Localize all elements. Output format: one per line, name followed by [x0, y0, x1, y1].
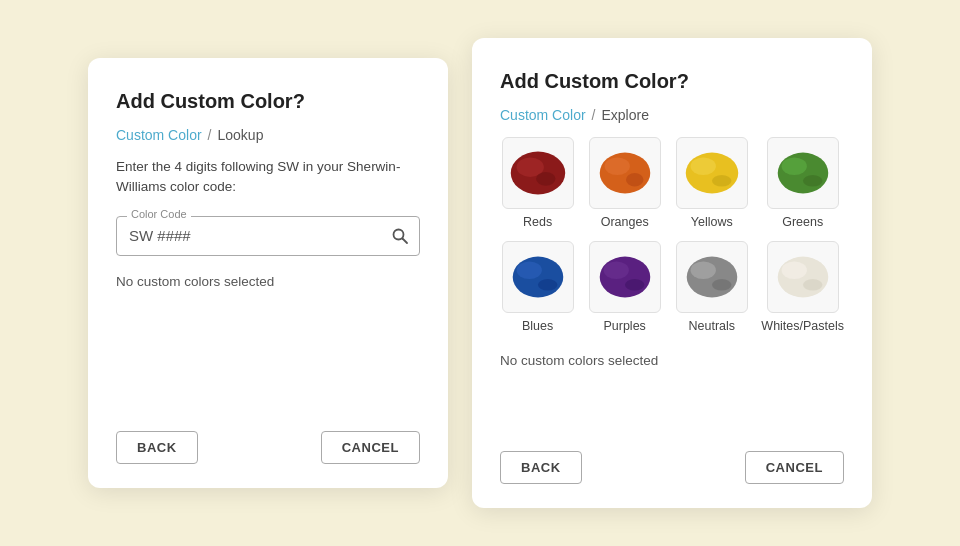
svg-point-9: [690, 157, 715, 175]
breadcrumb-left: Custom Color / Lookup: [116, 127, 420, 143]
search-button[interactable]: [391, 227, 409, 245]
svg-point-18: [603, 261, 628, 279]
color-swatch-greens: [767, 137, 839, 209]
breadcrumb-right-current: Explore: [601, 107, 648, 123]
color-label-yellows: Yellows: [691, 215, 733, 229]
color-cell-reds[interactable]: Reds: [500, 137, 575, 229]
svg-point-24: [781, 261, 806, 279]
breadcrumb-left-sep: /: [208, 127, 212, 143]
cancel-button-right[interactable]: CANCEL: [745, 451, 844, 484]
color-cell-purples[interactable]: Purples: [587, 241, 662, 333]
dialog-explore: Add Custom Color? Custom Color / Explore…: [472, 38, 872, 508]
color-cell-greens[interactable]: Greens: [761, 137, 844, 229]
color-cell-yellows[interactable]: Yellows: [674, 137, 749, 229]
color-swatch-neutrals: [676, 241, 748, 313]
color-cell-whites[interactable]: Whites/Pastels: [761, 241, 844, 333]
color-code-input-wrapper: Color Code: [116, 216, 420, 256]
color-cell-blues[interactable]: Blues: [500, 241, 575, 333]
color-code-input[interactable]: [129, 227, 379, 244]
no-colors-left: No custom colors selected: [116, 274, 420, 414]
breadcrumb-right: Custom Color / Explore: [500, 107, 844, 123]
svg-point-10: [712, 175, 731, 187]
svg-point-4: [536, 172, 555, 186]
svg-point-13: [803, 175, 822, 187]
color-swatch-whites: [767, 241, 839, 313]
color-label-greens: Greens: [782, 215, 823, 229]
color-label-reds: Reds: [523, 215, 552, 229]
input-label: Color Code: [127, 208, 191, 220]
color-label-whites: Whites/Pastels: [761, 319, 844, 333]
svg-point-11: [777, 153, 828, 194]
page-wrapper: Add Custom Color? Custom Color / Lookup …: [0, 6, 960, 540]
color-swatch-yellows: [676, 137, 748, 209]
svg-point-7: [626, 173, 644, 187]
breadcrumb-left-current: Lookup: [217, 127, 263, 143]
color-cell-neutrals[interactable]: Neutrals: [674, 241, 749, 333]
svg-point-15: [516, 261, 541, 279]
no-colors-right: No custom colors selected: [500, 353, 844, 433]
svg-point-17: [599, 257, 650, 298]
svg-point-14: [512, 257, 563, 298]
color-grid: Reds Oranges Yellows Greens Blues: [500, 137, 844, 333]
svg-point-23: [777, 257, 828, 298]
color-cell-oranges[interactable]: Oranges: [587, 137, 662, 229]
color-label-blues: Blues: [522, 319, 553, 333]
color-label-neutrals: Neutrals: [689, 319, 736, 333]
back-button-left[interactable]: BACK: [116, 431, 198, 464]
svg-point-22: [712, 279, 731, 291]
svg-point-20: [686, 257, 737, 298]
svg-point-12: [781, 157, 806, 175]
svg-point-25: [803, 279, 822, 291]
svg-point-21: [690, 261, 715, 279]
dialog-left-footer: BACK CANCEL: [116, 431, 420, 464]
color-swatch-blues: [502, 241, 574, 313]
color-swatch-oranges: [589, 137, 661, 209]
breadcrumb-left-link[interactable]: Custom Color: [116, 127, 202, 143]
dialog-right-title: Add Custom Color?: [500, 70, 844, 93]
dialog-left-title: Add Custom Color?: [116, 90, 420, 113]
cancel-button-left[interactable]: CANCEL: [321, 431, 420, 464]
svg-point-6: [604, 157, 629, 175]
color-label-oranges: Oranges: [601, 215, 649, 229]
back-button-right[interactable]: BACK: [500, 451, 582, 484]
color-swatch-purples: [589, 241, 661, 313]
breadcrumb-right-sep: /: [592, 107, 596, 123]
svg-point-16: [538, 279, 557, 291]
dialog-right-footer: BACK CANCEL: [500, 451, 844, 484]
lookup-description: Enter the 4 digits following SW in your …: [116, 157, 420, 198]
breadcrumb-right-link[interactable]: Custom Color: [500, 107, 586, 123]
svg-point-8: [686, 153, 739, 194]
dialog-lookup: Add Custom Color? Custom Color / Lookup …: [88, 58, 448, 488]
color-label-purples: Purples: [603, 319, 645, 333]
svg-line-1: [403, 238, 408, 243]
color-swatch-reds: [502, 137, 574, 209]
svg-point-19: [625, 279, 644, 291]
